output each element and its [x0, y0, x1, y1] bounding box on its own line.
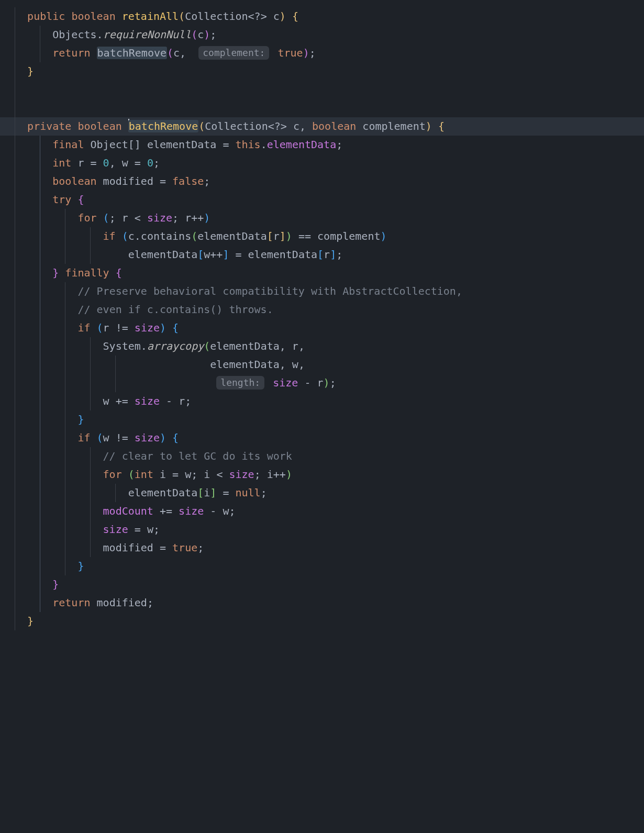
- keyword-for: for: [77, 212, 96, 224]
- keyword-int: int: [52, 157, 71, 169]
- code-line[interactable]: public boolean retainAll(Collection<?> c…: [0, 7, 644, 26]
- blank-line[interactable]: [0, 99, 644, 117]
- call-batchRemove: batchRemove: [97, 47, 166, 59]
- code-line[interactable]: if (r != size) {: [0, 319, 644, 337]
- comment: // even if c.contains() throws.: [77, 303, 273, 316]
- code-line[interactable]: return modified;: [0, 594, 644, 612]
- code-line[interactable]: Objects.requireNonNull(c);: [0, 26, 644, 44]
- code-line[interactable]: }: [0, 557, 644, 575]
- call-contains: contains: [141, 230, 191, 242]
- code-line[interactable]: }: [0, 410, 644, 429]
- code-line[interactable]: try {: [0, 191, 644, 209]
- code-line[interactable]: size = w;: [0, 520, 644, 539]
- keyword-private: private: [27, 120, 71, 132]
- code-line[interactable]: elementData, w,: [0, 356, 644, 374]
- inlay-hint-length: length:: [216, 376, 264, 390]
- param-c: c: [273, 10, 280, 23]
- code-line[interactable]: // Preserve behavioral compatibility wit…: [0, 282, 644, 301]
- keyword-boolean: boolean: [71, 10, 115, 23]
- call-requireNonNull: requireNonNull: [103, 28, 192, 41]
- local-elementData: elementData: [147, 138, 216, 151]
- code-line[interactable]: }: [0, 62, 644, 81]
- literal-true: true: [278, 47, 303, 59]
- code-line[interactable]: final Object[] elementData = this.elemen…: [0, 136, 644, 154]
- code-line[interactable]: elementData[i] = null;: [0, 484, 644, 502]
- code-line[interactable]: // clear to let GC do its work: [0, 447, 644, 465]
- code-line[interactable]: for (; r < size; r++): [0, 209, 644, 227]
- literal-null: null: [235, 486, 260, 499]
- comment: // Preserve behavioral compatibility wit…: [77, 285, 462, 297]
- keyword-try: try: [52, 193, 71, 206]
- field-elementData: elementData: [267, 138, 336, 151]
- keyword-final: final: [52, 138, 84, 151]
- code-line[interactable]: if (c.contains(elementData[r]) == comple…: [0, 227, 644, 246]
- code-line[interactable]: for (int i = w; i < size; i++): [0, 465, 644, 484]
- code-editor[interactable]: public boolean retainAll(Collection<?> c…: [0, 0, 644, 643]
- code-line[interactable]: // even if c.contains() throws.: [0, 301, 644, 319]
- type-objects: Objects: [52, 28, 96, 41]
- keyword-return: return: [52, 47, 90, 59]
- code-line[interactable]: int r = 0, w = 0;: [0, 154, 644, 172]
- code-line[interactable]: return batchRemove(c, complement: true);: [0, 44, 644, 62]
- local-modified: modified: [103, 175, 153, 187]
- code-line[interactable]: }: [0, 612, 644, 630]
- code-line[interactable]: modCount += size - w;: [0, 502, 644, 520]
- code-line-current[interactable]: private boolean batchRemove(Collection<?…: [0, 117, 644, 136]
- type-object: Object: [91, 138, 128, 151]
- type-collection: Collection: [185, 10, 248, 23]
- code-line[interactable]: boolean modified = false;: [0, 172, 644, 191]
- code-line[interactable]: }: [0, 575, 644, 594]
- inlay-hint-complement: complement:: [198, 46, 269, 60]
- literal-false: false: [172, 175, 204, 187]
- keyword-public: public: [27, 10, 65, 23]
- code-line[interactable]: w += size - r;: [0, 392, 644, 410]
- keyword-this: this: [236, 138, 261, 151]
- param-complement: complement: [362, 120, 425, 132]
- field-modCount: modCount: [103, 505, 153, 517]
- method-name-batchRemove: batchRemove: [129, 120, 198, 132]
- code-line[interactable]: System.arraycopy(elementData, r,: [0, 337, 644, 356]
- code-line[interactable]: modified = true;: [0, 539, 644, 557]
- blank-line[interactable]: [0, 81, 644, 99]
- code-line[interactable]: } finally {: [0, 264, 644, 282]
- literal-zero: 0: [103, 157, 109, 169]
- comment: // clear to let GC do its work: [103, 450, 292, 462]
- code-line[interactable]: length: size - r);: [0, 374, 644, 392]
- keyword-if: if: [103, 230, 116, 242]
- field-size: size: [147, 212, 172, 224]
- type-system: System: [103, 340, 141, 352]
- method-name-retainAll: retainAll: [122, 10, 179, 23]
- code-line[interactable]: if (w != size) {: [0, 429, 644, 447]
- keyword-finally: finally: [65, 266, 109, 279]
- code-line[interactable]: elementData[w++] = elementData[r];: [0, 246, 644, 264]
- call-arraycopy: arraycopy: [147, 340, 204, 352]
